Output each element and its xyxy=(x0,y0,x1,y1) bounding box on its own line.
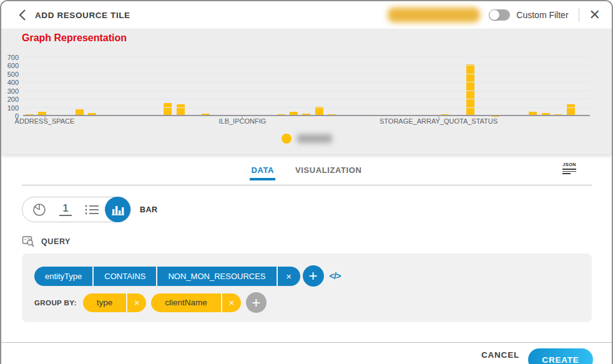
header-divider xyxy=(579,8,579,22)
gridline xyxy=(23,82,590,82)
chart-type-selector: 1 BAR xyxy=(22,197,612,222)
y-tick-label: 600 xyxy=(7,62,19,69)
json-view-button[interactable]: JSON xyxy=(562,162,576,174)
tabs-row: DATA VISUALIZATION JSON xyxy=(1,160,612,185)
chart-type-pill: 1 xyxy=(22,197,131,222)
gridline xyxy=(23,74,590,74)
redacted-header-control xyxy=(388,7,480,22)
y-tick-label: 700 xyxy=(7,54,19,61)
graph-panel: Graph Representation 7006005004003002001… xyxy=(1,29,612,154)
custom-filter-label: Custom Filter xyxy=(516,10,568,20)
add-condition-button[interactable]: + xyxy=(303,265,324,287)
query-condition-row: entityType CONTAINS NON_MON_RESOURCES × … xyxy=(34,265,340,287)
cancel-button[interactable]: CANCEL xyxy=(481,350,519,360)
remove-chip-icon[interactable]: × xyxy=(222,293,241,312)
x-tick-label: ILB_IPCONFIG xyxy=(218,117,266,125)
y-axis-labels: 7006005004003002001000 xyxy=(1,57,20,116)
graph-title: Graph Representation xyxy=(22,32,127,44)
y-tick-label: 500 xyxy=(7,71,19,78)
gridline xyxy=(23,57,590,57)
y-tick-label: 200 xyxy=(7,96,19,103)
query-builder: entityType CONTAINS NON_MON_RESOURCES × … xyxy=(22,253,592,322)
add-group-by-button[interactable]: + xyxy=(246,292,267,313)
x-tick-label: STORAGE_ARRAY_QUOTA_STATUS xyxy=(380,117,498,125)
condition-field[interactable]: entityType xyxy=(34,267,92,286)
x-tick-label: ADDRESS_SPACE xyxy=(15,117,75,125)
bar-chart-icon[interactable] xyxy=(105,197,130,222)
bar xyxy=(164,103,172,116)
gridline xyxy=(23,107,590,108)
create-button[interactable]: CREATE xyxy=(528,348,593,364)
tabs: DATA VISUALIZATION xyxy=(1,163,612,180)
group-by-chip-clientname: clientName × xyxy=(151,293,241,312)
gridline xyxy=(23,65,590,66)
code-view-icon[interactable]: </> xyxy=(330,271,341,281)
custom-filter-toggle[interactable] xyxy=(489,9,510,21)
pie-chart-icon[interactable] xyxy=(26,197,52,222)
dialog-footer: CANCEL CREATE xyxy=(1,342,612,364)
condition-operator[interactable]: CONTAINS xyxy=(94,267,156,286)
group-by-label: GROUP BY: xyxy=(34,299,77,307)
tab-data[interactable]: DATA xyxy=(250,163,275,180)
back-button[interactable] xyxy=(15,8,29,22)
single-value-icon[interactable]: 1 xyxy=(52,197,79,222)
chart-legend[interactable] xyxy=(1,134,612,144)
x-axis-labels: ADDRESS_SPACEILB_IPCONFIGSTORAGE_ARRAY_Q… xyxy=(23,117,590,127)
y-tick-label: 100 xyxy=(7,104,19,112)
dialog-header: ADD RESOURCE TILE Custom Filter ✕ xyxy=(1,1,612,29)
condition-value[interactable]: NON_MON_RESOURCES xyxy=(157,267,276,286)
add-resource-tile-dialog: ADD RESOURCE TILE Custom Filter ✕ Graph … xyxy=(0,0,613,364)
group-by-chip-label: clientName xyxy=(151,293,221,312)
remove-condition-icon[interactable]: × xyxy=(278,267,300,286)
group-by-row: GROUP BY: type × clientName × + xyxy=(34,292,267,313)
gridline xyxy=(23,91,590,91)
y-tick-label: 300 xyxy=(7,87,19,95)
query-icon xyxy=(22,235,35,248)
query-section-label: QUERY xyxy=(41,237,71,246)
y-tick-label: 400 xyxy=(7,79,19,86)
tabs-divider xyxy=(22,185,592,185)
json-icon: JSON xyxy=(562,162,576,167)
toggle-knob xyxy=(489,10,499,20)
query-section-header: QUERY xyxy=(22,235,612,248)
chevron-left-icon xyxy=(18,9,26,21)
tab-visualization[interactable]: VISUALIZATION xyxy=(294,163,363,180)
legend-marker xyxy=(282,134,292,144)
legend-label-redacted xyxy=(297,134,332,143)
list-icon[interactable] xyxy=(79,197,105,222)
plot-area xyxy=(23,57,590,116)
selected-chart-type-label: BAR xyxy=(140,205,158,214)
x-axis-line xyxy=(23,115,590,116)
group-by-chip-label: type xyxy=(83,293,127,312)
query-condition-chip: entityType CONTAINS NON_MON_RESOURCES × xyxy=(34,267,300,286)
group-by-chip-type: type × xyxy=(83,293,147,312)
close-icon[interactable]: ✕ xyxy=(589,9,601,21)
dialog-title: ADD RESOURCE TILE xyxy=(35,11,130,20)
remove-chip-icon[interactable]: × xyxy=(127,293,146,312)
gridline xyxy=(23,99,590,99)
